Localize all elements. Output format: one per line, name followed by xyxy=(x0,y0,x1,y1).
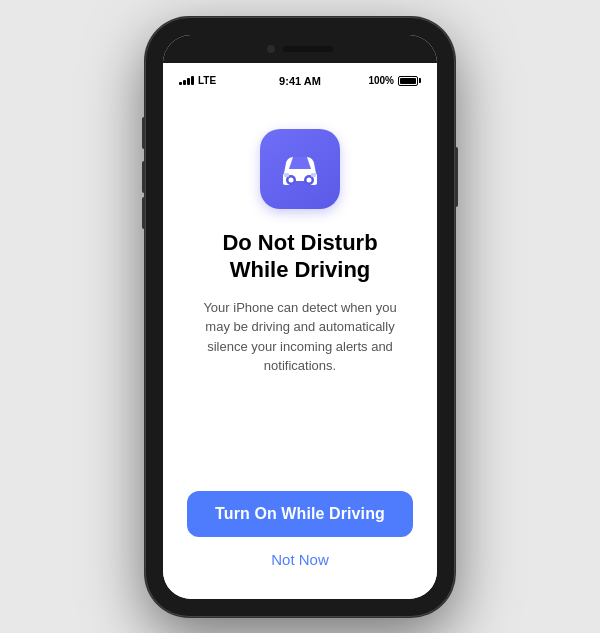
time-display: 9:41 AM xyxy=(279,75,321,87)
turn-on-button[interactable]: Turn On While Driving xyxy=(187,491,413,537)
status-bar: LTE 9:41 AM 100% xyxy=(163,63,437,99)
bar1 xyxy=(179,82,182,85)
battery-percent: 100% xyxy=(368,75,394,86)
main-title: Do Not DisturbWhile Driving xyxy=(222,229,377,284)
not-now-button[interactable]: Not Now xyxy=(187,551,413,568)
battery-body xyxy=(398,76,418,86)
subtitle-text: Your iPhone can detect when you may be d… xyxy=(190,298,410,376)
svg-point-3 xyxy=(307,177,312,182)
svg-point-2 xyxy=(289,177,294,182)
signal-bars xyxy=(179,76,194,85)
speaker xyxy=(283,46,333,52)
bar2 xyxy=(183,80,186,85)
battery-fill xyxy=(400,78,416,84)
camera xyxy=(267,45,275,53)
status-left: LTE xyxy=(179,75,216,86)
svg-rect-5 xyxy=(311,173,316,177)
screen-content: Do Not DisturbWhile Driving Your iPhone … xyxy=(163,99,437,599)
bar3 xyxy=(187,78,190,85)
bar4 xyxy=(191,76,194,85)
battery-icon xyxy=(398,76,421,86)
top-bar xyxy=(163,35,437,63)
battery-tip xyxy=(419,78,421,83)
status-right: 100% xyxy=(368,75,421,86)
phone-screen: LTE 9:41 AM 100% xyxy=(163,35,437,599)
car-icon xyxy=(274,143,326,195)
svg-rect-4 xyxy=(284,173,289,177)
button-area: Turn On While Driving Not Now xyxy=(187,491,413,579)
signal-label: LTE xyxy=(198,75,216,86)
phone-frame: LTE 9:41 AM 100% xyxy=(145,17,455,617)
dnd-app-icon xyxy=(260,129,340,209)
